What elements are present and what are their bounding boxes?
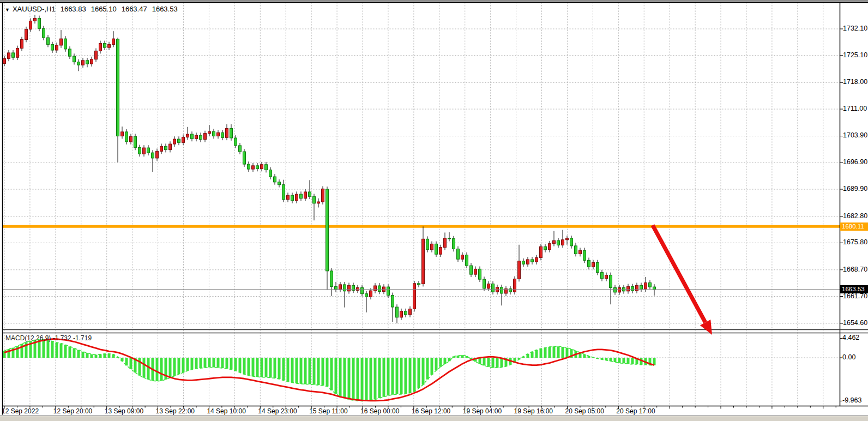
macd-histogram-bar [335,358,337,394]
macd-histogram-bar [99,354,102,358]
macd-histogram-bar [104,354,106,358]
bear-candle [64,39,67,49]
macd-histogram-bar [47,340,50,358]
bear-candle [265,165,268,170]
bull-candle [562,240,564,245]
macd-histogram-bar [195,358,198,369]
macd-histogram-bar [191,358,194,370]
bear-candle [479,269,481,279]
macd-histogram-bar [466,356,468,358]
price-axis-label: 1689.90 [843,185,867,193]
macd-histogram-bar [256,358,259,377]
macd-histogram-bar [309,358,311,384]
macd-histogram-bar [64,345,67,358]
macd-axis-label: 0.00 [842,353,855,361]
symbol-timeframe-label: XAUUSD-,H1 [13,5,56,13]
macd-histogram-bar [282,358,285,380]
macd-histogram-bar [352,358,355,400]
macd-histogram-bar [182,358,185,372]
macd-histogram-bar [160,358,163,381]
time-axis-label: 14 Sep 23:00 [258,407,297,415]
macd-histogram-bar [387,358,390,395]
price-axis-label: 1711.00 [843,105,867,112]
bear-candle [557,240,560,245]
chart-canvas [0,0,868,421]
macd-histogram-bar [566,348,569,358]
time-axis-label: 12 Sep 20:00 [53,407,92,415]
bull-candle [618,288,621,292]
macd-histogram-bar [60,344,63,358]
bear-candle [69,49,71,56]
macd-histogram-bar [562,347,564,358]
bear-candle [649,282,652,287]
bear-candle [426,239,429,250]
bull-candle [195,135,198,139]
macd-histogram-bar [330,358,333,390]
bull-candle [514,279,516,292]
macd-histogram-bar [431,358,433,375]
symbol-dropdown-icon[interactable]: ▼ [5,7,10,13]
bear-candle [387,287,390,295]
macd-histogram-bar [535,350,538,358]
macd-histogram-bar [95,354,98,358]
bear-candle [501,287,503,293]
bear-candle [313,196,316,203]
bear-candle [601,273,604,279]
macd-histogram-bar [239,358,242,372]
macd-histogram-bar [418,358,420,388]
bear-candle [391,295,394,307]
bear-candle [278,182,281,185]
time-axis-label: 19 Sep 04:00 [463,407,502,415]
bear-candle [588,260,590,267]
macd-histogram-bar [496,358,499,368]
time-axis-label: 13 Sep 09:00 [105,407,143,415]
bear-candle [570,238,573,246]
bull-candle [143,148,146,154]
chart-title: ▼XAUUSD-,H11663.831665.101663.471663.53 [5,5,178,13]
bear-candle [335,286,337,290]
macd-histogram-bar [317,358,320,385]
bull-candle [317,202,320,203]
macd-histogram-bar [457,356,460,358]
macd-histogram-bar [200,358,202,368]
trend-arrow-shaft[interactable] [653,225,706,322]
price-axis-label: 1696.90 [843,158,867,166]
ohlc-open-value: 1663.83 [61,5,86,13]
price-axis-label: 1732.10 [843,25,867,32]
macd-histogram-bar [69,346,71,358]
bull-candle [540,246,542,257]
hline-price-badge: 1680.11 [840,222,868,231]
macd-histogram-bar [287,358,290,382]
bear-candle [343,285,346,291]
bull-candle [413,284,416,309]
macd-histogram-bar [91,354,93,358]
macd-histogram-bar [56,342,58,358]
macd-histogram-bar [631,358,634,364]
price-axis-label: 1703.90 [843,131,867,139]
bear-candle [152,153,154,158]
bull-candle [474,269,477,274]
macd-histogram-bar [296,358,298,383]
macd-histogram-bar [173,358,176,376]
bear-candle [248,164,250,169]
bull-candle [348,285,351,291]
macd-histogram-bar [108,354,111,358]
bear-candle [448,238,451,239]
bear-candle [596,263,599,273]
bear-candle [243,152,246,164]
bull-candle [553,240,556,244]
bull-candle [627,286,630,291]
bear-candle [134,136,137,147]
bear-candle [378,286,381,291]
bear-candle [51,45,54,50]
bear-candle [653,287,656,290]
macd-histogram-bar [130,358,132,369]
macd-histogram-bar [422,358,425,384]
bull-candle [439,248,442,255]
macd-histogram-bar [483,358,486,365]
macd-histogram-bar [383,358,385,397]
macd-histogram-bar [313,358,316,384]
macd-histogram-bar [439,358,442,367]
bear-candle [47,38,50,45]
ohlc-high-value: 1665.10 [91,5,117,13]
